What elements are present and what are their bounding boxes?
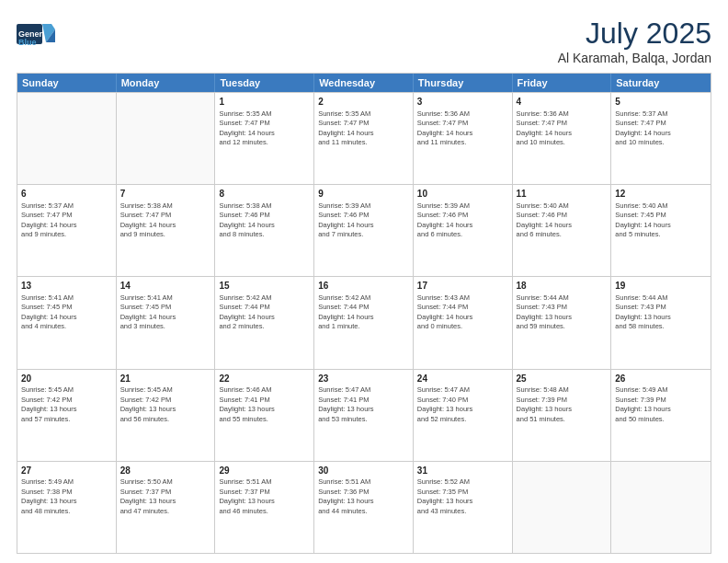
day-number: 5 bbox=[615, 96, 707, 109]
header-friday: Friday bbox=[513, 74, 612, 92]
cell-info: Sunrise: 5:36 AM Sunset: 7:47 PM Dayligh… bbox=[417, 109, 508, 148]
day-number: 20 bbox=[21, 373, 112, 385]
calendar-cell: 7Sunrise: 5:38 AM Sunset: 7:47 PM Daylig… bbox=[117, 185, 216, 276]
calendar-cell: 13Sunrise: 5:41 AM Sunset: 7:45 PM Dayli… bbox=[17, 277, 117, 368]
day-number: 25 bbox=[517, 373, 608, 385]
calendar-cell bbox=[117, 93, 216, 184]
calendar-cell: 14Sunrise: 5:41 AM Sunset: 7:45 PM Dayli… bbox=[117, 277, 216, 368]
day-number: 13 bbox=[21, 280, 112, 293]
calendar-cell: 21Sunrise: 5:45 AM Sunset: 7:42 PM Dayli… bbox=[117, 370, 216, 461]
calendar-cell: 8Sunrise: 5:38 AM Sunset: 7:46 PM Daylig… bbox=[215, 185, 314, 276]
calendar-cell: 4Sunrise: 5:36 AM Sunset: 7:47 PM Daylig… bbox=[513, 93, 612, 184]
cell-info: Sunrise: 5:44 AM Sunset: 7:43 PM Dayligh… bbox=[517, 293, 608, 332]
day-number: 29 bbox=[219, 465, 310, 477]
day-number: 23 bbox=[318, 373, 409, 385]
cell-info: Sunrise: 5:38 AM Sunset: 7:46 PM Dayligh… bbox=[219, 201, 310, 240]
header-wednesday: Wednesday bbox=[314, 74, 414, 92]
calendar-cell: 25Sunrise: 5:48 AM Sunset: 7:39 PM Dayli… bbox=[513, 370, 612, 461]
calendar-row-5: 27Sunrise: 5:49 AM Sunset: 7:38 PM Dayli… bbox=[17, 461, 711, 553]
cell-info: Sunrise: 5:51 AM Sunset: 7:36 PM Dayligh… bbox=[318, 477, 409, 516]
calendar-cell bbox=[611, 462, 711, 553]
calendar-cell: 10Sunrise: 5:39 AM Sunset: 7:46 PM Dayli… bbox=[414, 185, 513, 276]
cell-info: Sunrise: 5:49 AM Sunset: 7:38 PM Dayligh… bbox=[21, 477, 112, 516]
title-month: July 2025 bbox=[558, 17, 711, 51]
cell-info: Sunrise: 5:49 AM Sunset: 7:39 PM Dayligh… bbox=[615, 385, 707, 424]
cell-info: Sunrise: 5:45 AM Sunset: 7:42 PM Dayligh… bbox=[21, 385, 112, 424]
calendar-row-2: 6Sunrise: 5:37 AM Sunset: 7:47 PM Daylig… bbox=[17, 184, 711, 276]
calendar-cell: 26Sunrise: 5:49 AM Sunset: 7:39 PM Dayli… bbox=[611, 370, 711, 461]
header-saturday: Saturday bbox=[611, 74, 711, 92]
calendar-cell: 22Sunrise: 5:46 AM Sunset: 7:41 PM Dayli… bbox=[215, 370, 314, 461]
cell-info: Sunrise: 5:36 AM Sunset: 7:47 PM Dayligh… bbox=[517, 109, 608, 148]
page: General Blue July 2025 Al Karamah, Balqa… bbox=[0, 0, 728, 563]
cell-info: Sunrise: 5:41 AM Sunset: 7:45 PM Dayligh… bbox=[21, 293, 112, 332]
cell-info: Sunrise: 5:40 AM Sunset: 7:45 PM Dayligh… bbox=[615, 201, 707, 240]
calendar-cell: 28Sunrise: 5:50 AM Sunset: 7:37 PM Dayli… bbox=[117, 462, 216, 553]
logo-icon: General Blue bbox=[17, 17, 55, 52]
day-number: 17 bbox=[417, 280, 508, 293]
title-location: Al Karamah, Balqa, Jordan bbox=[558, 51, 711, 65]
cell-info: Sunrise: 5:51 AM Sunset: 7:37 PM Dayligh… bbox=[219, 477, 310, 516]
day-number: 30 bbox=[318, 465, 409, 477]
cell-info: Sunrise: 5:50 AM Sunset: 7:37 PM Dayligh… bbox=[120, 477, 211, 516]
calendar-cell: 18Sunrise: 5:44 AM Sunset: 7:43 PM Dayli… bbox=[513, 277, 612, 368]
day-number: 31 bbox=[417, 465, 508, 477]
calendar-body: 1Sunrise: 5:35 AM Sunset: 7:47 PM Daylig… bbox=[17, 92, 711, 553]
cell-info: Sunrise: 5:39 AM Sunset: 7:46 PM Dayligh… bbox=[318, 201, 409, 240]
day-number: 27 bbox=[21, 465, 112, 477]
cell-info: Sunrise: 5:47 AM Sunset: 7:40 PM Dayligh… bbox=[417, 385, 508, 424]
calendar-cell: 24Sunrise: 5:47 AM Sunset: 7:40 PM Dayli… bbox=[414, 370, 513, 461]
calendar-cell: 11Sunrise: 5:40 AM Sunset: 7:46 PM Dayli… bbox=[513, 185, 612, 276]
cell-info: Sunrise: 5:44 AM Sunset: 7:43 PM Dayligh… bbox=[615, 293, 707, 332]
cell-info: Sunrise: 5:45 AM Sunset: 7:42 PM Dayligh… bbox=[120, 385, 211, 424]
cell-info: Sunrise: 5:37 AM Sunset: 7:47 PM Dayligh… bbox=[615, 109, 707, 148]
header-thursday: Thursday bbox=[414, 74, 513, 92]
header-monday: Monday bbox=[117, 74, 216, 92]
calendar-cell bbox=[17, 93, 117, 184]
cell-info: Sunrise: 5:47 AM Sunset: 7:41 PM Dayligh… bbox=[318, 385, 409, 424]
cell-info: Sunrise: 5:42 AM Sunset: 7:44 PM Dayligh… bbox=[219, 293, 310, 332]
cell-info: Sunrise: 5:40 AM Sunset: 7:46 PM Dayligh… bbox=[517, 201, 608, 240]
cell-info: Sunrise: 5:48 AM Sunset: 7:39 PM Dayligh… bbox=[517, 385, 608, 424]
calendar-header: Sunday Monday Tuesday Wednesday Thursday… bbox=[17, 74, 711, 92]
calendar-row-1: 1Sunrise: 5:35 AM Sunset: 7:47 PM Daylig… bbox=[17, 92, 711, 184]
day-number: 28 bbox=[120, 465, 211, 477]
header-sunday: Sunday bbox=[17, 74, 117, 92]
header: General Blue July 2025 Al Karamah, Balqa… bbox=[17, 17, 711, 65]
cell-info: Sunrise: 5:35 AM Sunset: 7:47 PM Dayligh… bbox=[219, 109, 310, 148]
calendar-cell: 27Sunrise: 5:49 AM Sunset: 7:38 PM Dayli… bbox=[17, 462, 117, 553]
calendar-cell: 1Sunrise: 5:35 AM Sunset: 7:47 PM Daylig… bbox=[215, 93, 314, 184]
day-number: 18 bbox=[517, 280, 608, 293]
day-number: 4 bbox=[517, 96, 608, 109]
cell-info: Sunrise: 5:41 AM Sunset: 7:45 PM Dayligh… bbox=[120, 293, 211, 332]
calendar-cell bbox=[513, 462, 612, 553]
cell-info: Sunrise: 5:38 AM Sunset: 7:47 PM Dayligh… bbox=[120, 201, 211, 240]
day-number: 10 bbox=[417, 188, 508, 201]
calendar-cell: 12Sunrise: 5:40 AM Sunset: 7:45 PM Dayli… bbox=[611, 185, 711, 276]
day-number: 19 bbox=[615, 280, 707, 293]
title-block: July 2025 Al Karamah, Balqa, Jordan bbox=[558, 17, 711, 65]
calendar-cell: 2Sunrise: 5:35 AM Sunset: 7:47 PM Daylig… bbox=[314, 93, 414, 184]
cell-info: Sunrise: 5:39 AM Sunset: 7:46 PM Dayligh… bbox=[417, 201, 508, 240]
header-tuesday: Tuesday bbox=[215, 74, 314, 92]
day-number: 26 bbox=[615, 373, 707, 385]
day-number: 12 bbox=[615, 188, 707, 201]
day-number: 8 bbox=[219, 188, 310, 201]
calendar-cell: 23Sunrise: 5:47 AM Sunset: 7:41 PM Dayli… bbox=[314, 370, 414, 461]
calendar-cell: 9Sunrise: 5:39 AM Sunset: 7:46 PM Daylig… bbox=[314, 185, 414, 276]
calendar-cell: 19Sunrise: 5:44 AM Sunset: 7:43 PM Dayli… bbox=[611, 277, 711, 368]
calendar-cell: 5Sunrise: 5:37 AM Sunset: 7:47 PM Daylig… bbox=[611, 93, 711, 184]
day-number: 21 bbox=[120, 373, 211, 385]
calendar-cell: 17Sunrise: 5:43 AM Sunset: 7:44 PM Dayli… bbox=[414, 277, 513, 368]
calendar-row-3: 13Sunrise: 5:41 AM Sunset: 7:45 PM Dayli… bbox=[17, 276, 711, 368]
day-number: 1 bbox=[219, 96, 310, 109]
svg-text:Blue: Blue bbox=[18, 38, 37, 47]
logo: General Blue bbox=[17, 17, 55, 52]
calendar-cell: 30Sunrise: 5:51 AM Sunset: 7:36 PM Dayli… bbox=[314, 462, 414, 553]
day-number: 2 bbox=[318, 96, 409, 109]
day-number: 6 bbox=[21, 188, 112, 201]
day-number: 16 bbox=[318, 280, 409, 293]
cell-info: Sunrise: 5:37 AM Sunset: 7:47 PM Dayligh… bbox=[21, 201, 112, 240]
day-number: 24 bbox=[417, 373, 508, 385]
calendar-cell: 16Sunrise: 5:42 AM Sunset: 7:44 PM Dayli… bbox=[314, 277, 414, 368]
